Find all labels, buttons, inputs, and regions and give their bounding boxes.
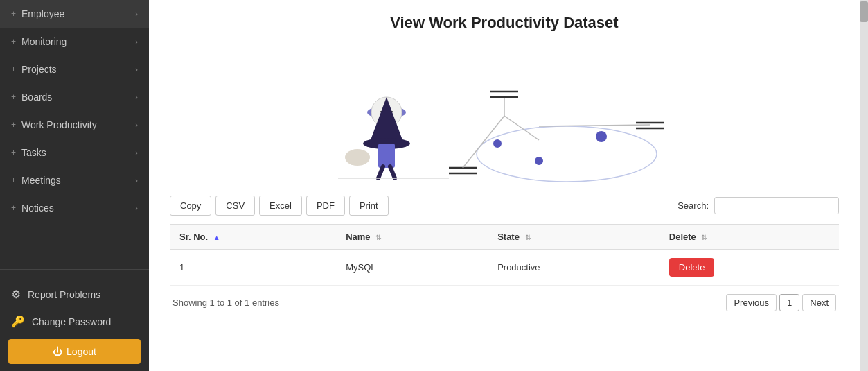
logout-button[interactable]: ⏻ Logout <box>8 339 141 364</box>
sidebar: + Employee › + Monitoring › + Projects ›… <box>0 0 149 371</box>
svg-line-21 <box>378 166 383 178</box>
column-header-name[interactable]: Name ⇅ <box>336 225 488 250</box>
pdf-button[interactable]: PDF <box>306 196 345 216</box>
sidebar-item-notices[interactable]: + Notices › <box>0 194 149 222</box>
gear-icon: ⚙ <box>11 288 21 301</box>
main-content: View Work Productivity Dataset <box>149 0 860 371</box>
svg-point-3 <box>596 131 607 142</box>
plus-icon: + <box>11 148 16 157</box>
sidebar-item-tasks[interactable]: + Tasks › <box>0 139 149 166</box>
chevron-icon: › <box>135 93 138 101</box>
search-area: Search: <box>677 197 839 214</box>
data-table: Sr. No. ▲ Name ⇅ State ⇅ Delete ⇅ <box>170 224 839 286</box>
sidebar-item-employee[interactable]: + Employee › <box>0 0 149 28</box>
key-icon: 🔑 <box>11 315 25 328</box>
table-body: 1 MySQL Productive Delete <box>170 250 839 286</box>
search-label: Search: <box>677 200 709 211</box>
chevron-icon: › <box>135 10 138 18</box>
csv-button[interactable]: CSV <box>215 196 255 216</box>
illustration <box>170 43 839 182</box>
plus-icon: + <box>11 64 16 74</box>
sidebar-item-label: Meetings <box>21 175 61 186</box>
pagination-info: Showing 1 to 1 of 1 entries <box>172 297 279 308</box>
sidebar-divider <box>0 269 149 270</box>
page-1-button[interactable]: 1 <box>779 294 799 311</box>
plus-icon: + <box>11 175 16 185</box>
cell-delete: Delete <box>659 250 839 286</box>
sidebar-item-label: Monitoring <box>21 36 67 47</box>
sidebar-item-projects[interactable]: + Projects › <box>0 55 149 83</box>
sidebar-item-monitoring[interactable]: + Monitoring › <box>0 28 149 55</box>
sort-icon-state: ⇅ <box>525 234 531 241</box>
pagination-area: Showing 1 to 1 of 1 entries Previous 1 N… <box>170 286 839 314</box>
logout-label: Logout <box>67 346 96 357</box>
svg-point-2 <box>535 157 543 165</box>
chevron-icon: › <box>135 148 138 157</box>
delete-button[interactable]: Delete <box>669 258 715 277</box>
cell-srno: 1 <box>170 250 336 286</box>
table-row: 1 MySQL Productive Delete <box>170 250 839 286</box>
toolbar: Copy CSV Excel PDF Print Search: <box>170 196 839 216</box>
scrollbar[interactable] <box>860 0 868 371</box>
search-input[interactable] <box>714 197 839 214</box>
print-button[interactable]: Print <box>349 196 389 216</box>
svg-point-1 <box>493 139 502 148</box>
plus-icon: + <box>11 120 16 130</box>
sidebar-item-label: Employee <box>21 8 64 19</box>
previous-button[interactable]: Previous <box>726 294 777 311</box>
excel-button[interactable]: Excel <box>259 196 302 216</box>
plus-icon: + <box>11 37 16 46</box>
table-header: Sr. No. ▲ Name ⇅ State ⇅ Delete ⇅ <box>170 225 839 250</box>
svg-line-13 <box>539 125 650 126</box>
sidebar-item-label: Boards <box>21 92 52 103</box>
scrollbar-thumb[interactable] <box>860 1 868 22</box>
svg-point-23 <box>345 149 370 166</box>
cell-state: Productive <box>488 250 659 286</box>
chevron-icon: › <box>135 176 138 184</box>
sidebar-bottom: ⚙ Report Problems 🔑 Change Password ⏻ Lo… <box>0 274 149 371</box>
sidebar-item-report-problems[interactable]: ⚙ Report Problems <box>8 281 141 308</box>
chevron-icon: › <box>135 65 138 74</box>
sidebar-bottom-label: Report Problems <box>28 289 100 300</box>
sidebar-item-meetings[interactable]: + Meetings › <box>0 166 149 194</box>
logout-icon: ⏻ <box>53 346 62 357</box>
sort-icon-delete: ⇅ <box>701 234 707 241</box>
sidebar-item-work-productivity[interactable]: + Work Productivity › <box>0 111 149 139</box>
chevron-icon: › <box>135 121 138 129</box>
column-header-delete[interactable]: Delete ⇅ <box>659 225 839 250</box>
sort-icon-srno: ▲ <box>213 234 220 241</box>
sidebar-item-label: Notices <box>21 202 54 214</box>
sidebar-item-boards[interactable]: + Boards › <box>0 83 149 111</box>
sidebar-bottom-label: Change Password <box>32 316 111 327</box>
column-header-srno[interactable]: Sr. No. ▲ <box>170 225 336 250</box>
plus-icon: + <box>11 92 16 102</box>
chevron-icon: › <box>135 204 138 212</box>
column-header-state[interactable]: State ⇅ <box>488 225 659 250</box>
chevron-icon: › <box>135 37 138 46</box>
svg-line-22 <box>390 166 395 178</box>
pagination-controls: Previous 1 Next <box>726 294 836 311</box>
copy-button[interactable]: Copy <box>170 196 211 216</box>
plus-icon: + <box>11 9 16 19</box>
svg-point-0 <box>477 126 657 182</box>
page-title: View Work Productivity Dataset <box>170 14 839 32</box>
sidebar-item-label: Work Productivity <box>21 119 97 130</box>
sidebar-nav: + Employee › + Monitoring › + Projects ›… <box>0 0 149 265</box>
sidebar-item-change-password[interactable]: 🔑 Change Password <box>8 308 141 335</box>
sidebar-item-label: Projects <box>21 64 57 75</box>
illustration-svg <box>296 43 712 182</box>
cell-name: MySQL <box>336 250 488 286</box>
plus-icon: + <box>11 203 16 213</box>
next-button[interactable]: Next <box>802 294 836 311</box>
sidebar-item-label: Tasks <box>21 147 46 158</box>
svg-rect-20 <box>378 144 395 168</box>
content-inner: View Work Productivity Dataset <box>149 0 860 371</box>
sort-icon-name: ⇅ <box>375 234 381 241</box>
table-header-row: Sr. No. ▲ Name ⇅ State ⇅ Delete ⇅ <box>170 225 839 250</box>
